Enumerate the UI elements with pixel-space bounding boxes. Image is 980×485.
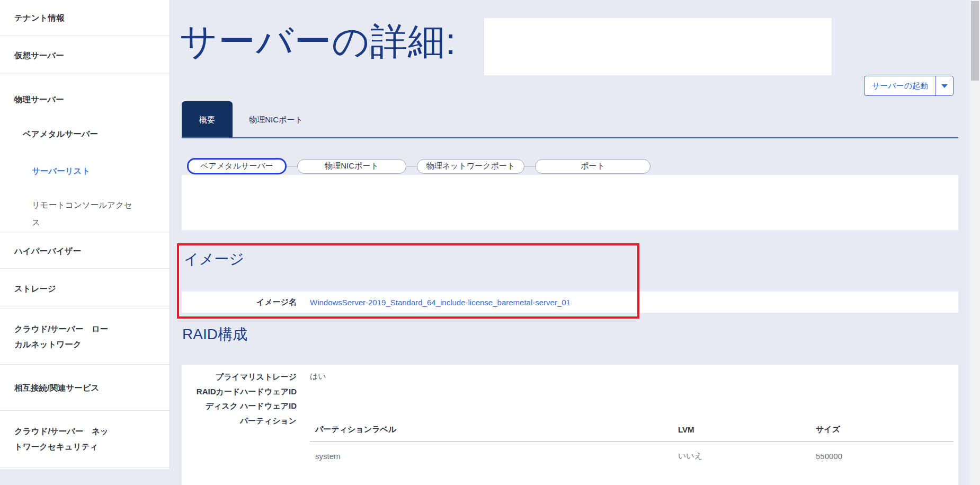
raid-section-heading: RAID構成 <box>182 324 247 345</box>
flow-connector <box>287 166 297 167</box>
sidebar-item-remote-console-access[interactable]: リモートコンソールアクセス <box>0 196 135 231</box>
sidebar-bottom-strip <box>0 469 170 485</box>
dropdown-caret-icon <box>941 84 948 88</box>
flow-connector <box>406 166 417 167</box>
flow-node-physical-nic-port[interactable]: 物理NICポート <box>297 159 406 174</box>
image-section-heading: イメージ <box>184 249 244 269</box>
primary-storage-label: プライマリストレージ <box>182 372 297 381</box>
flow-node-baremetal-server[interactable]: ベアメタルサーバー <box>187 158 287 174</box>
sidebar-item-local-network[interactable]: クラウド/サーバー ローカルネットワーク <box>0 321 141 352</box>
raid-card-hw-id-label: RAIDカードハードウェアID <box>182 387 297 396</box>
raid-row-disk-hw-id: ディスク ハードウェアID <box>182 399 958 413</box>
scrollbar-thumb[interactable] <box>971 1 979 81</box>
image-name-label: イメージ名 <box>182 297 297 307</box>
partition-label: パーティション <box>182 416 297 425</box>
sidebar-item-network-security[interactable]: クラウド/サーバー ネットワークセキュリティ <box>0 424 139 454</box>
sidebar: テナント情報 仮想サーバー 物理サーバー ベアメタルサーバー サーバーリスト リ… <box>0 0 170 469</box>
tab-bar: 概要 物理NICポート <box>182 101 958 138</box>
flow-node-port[interactable]: ポート <box>535 159 651 174</box>
image-name-link[interactable]: WindowsServer-2019_Standard_64_include-l… <box>310 298 571 307</box>
raid-row-raid-card-hw-id: RAIDカードハードウェアID <box>182 384 958 399</box>
server-start-button-label[interactable]: サーバーの起動 <box>865 76 936 95</box>
sidebar-item-hypervisor[interactable]: ハイパーバイザー <box>0 243 151 259</box>
page-title: サーバーの詳細: <box>180 17 456 67</box>
tab-physical-nic-port[interactable]: 物理NICポート <box>233 101 319 138</box>
disk-hw-id-label: ディスク ハードウェアID <box>182 401 297 410</box>
sidebar-item-baremetal-server[interactable]: ベアメタルサーバー <box>0 126 98 142</box>
raid-row-primary-storage: プライマリストレージ はい <box>182 369 958 384</box>
tab-overview[interactable]: 概要 <box>182 101 233 138</box>
raid-config-card: プライマリストレージ はい RAIDカードハードウェアID ディスク ハードウェ… <box>182 365 958 485</box>
partition-row-label: system <box>310 452 678 461</box>
partition-row-lvm: いいえ <box>678 451 816 461</box>
sidebar-item-interconnect-services[interactable]: 相互接続/関連サービス <box>0 380 151 395</box>
partition-table-header: パーティションラベル LVM サイズ <box>310 418 954 442</box>
scrollbar-track[interactable] <box>970 0 980 485</box>
col-size: サイズ <box>816 425 954 435</box>
col-partition-label: パーティションラベル <box>310 425 678 435</box>
partition-table: パーティションラベル LVM サイズ system いいえ 550000 <box>310 418 954 470</box>
flow-connector <box>524 166 535 167</box>
primary-storage-value: はい <box>297 372 326 382</box>
resource-flow-breadcrumb: ベアメタルサーバー 物理NICポート 物理ネットワークポート ポート <box>187 158 651 174</box>
sidebar-item-physical-server[interactable]: 物理サーバー <box>0 92 91 107</box>
flow-node-physical-network-port[interactable]: 物理ネットワークポート <box>417 159 524 174</box>
sidebar-item-virtual-server[interactable]: 仮想サーバー <box>0 48 151 63</box>
sidebar-item-tenant-info[interactable]: テナント情報 <box>0 10 151 25</box>
col-lvm: LVM <box>678 425 816 434</box>
content-placeholder-box <box>182 175 958 230</box>
partition-table-row: system いいえ 550000 <box>310 442 954 470</box>
server-start-button[interactable]: サーバーの起動 <box>864 76 954 96</box>
server-name-redaction-box <box>484 18 832 75</box>
partition-row-size: 550000 <box>816 452 954 461</box>
sidebar-item-storage[interactable]: ストレージ <box>0 281 151 296</box>
sidebar-item-server-list[interactable]: サーバーリスト <box>0 163 90 179</box>
server-start-dropdown-toggle[interactable] <box>936 76 953 95</box>
image-name-row: イメージ名 WindowsServer-2019_Standard_64_inc… <box>182 292 958 313</box>
